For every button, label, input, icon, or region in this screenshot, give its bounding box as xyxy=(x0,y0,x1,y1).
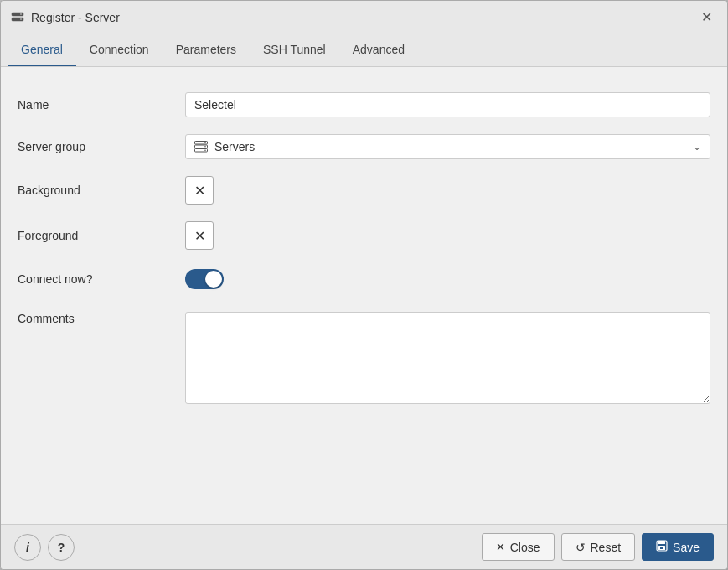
connect-now-control xyxy=(185,269,710,289)
tab-general[interactable]: General xyxy=(8,34,76,66)
close-button-label: Close xyxy=(510,541,540,554)
server-group-select[interactable]: Servers ⌄ xyxy=(185,134,710,159)
tab-parameters[interactable]: Parameters xyxy=(163,34,250,66)
tab-advanced[interactable]: Advanced xyxy=(339,34,418,66)
connect-now-toggle[interactable] xyxy=(185,269,224,289)
tab-connection[interactable]: Connection xyxy=(76,34,163,66)
name-input[interactable] xyxy=(185,92,710,117)
dialog-footer: i ? ✕ Close ↺ Reset xyxy=(1,524,727,569)
foreground-x-icon: ✕ xyxy=(194,228,205,244)
save-button-label: Save xyxy=(673,541,700,554)
title-bar: Register - Server ✕ xyxy=(1,1,727,34)
background-row: Background ✕ xyxy=(1,168,727,213)
server-group-text: Servers xyxy=(214,140,255,153)
reset-icon: ↺ xyxy=(576,541,586,554)
background-control: ✕ xyxy=(185,176,710,205)
background-color-button[interactable]: ✕ xyxy=(185,176,214,205)
close-x-small-icon: ✕ xyxy=(496,541,505,553)
connect-now-toggle-wrapper xyxy=(185,269,710,289)
servers-db-icon xyxy=(194,141,208,153)
reset-button[interactable]: ↺ Reset xyxy=(561,533,636,561)
comments-control xyxy=(185,312,710,407)
dialog-title: Register - Server xyxy=(31,11,120,24)
foreground-row: Foreground ✕ xyxy=(1,213,727,258)
svg-point-8 xyxy=(204,146,206,148)
svg-rect-13 xyxy=(660,547,663,549)
footer-right: ✕ Close ↺ Reset Save xyxy=(482,533,714,561)
tab-bar: General Connection Parameters SSH Tunnel… xyxy=(1,34,727,67)
svg-point-7 xyxy=(204,142,206,143)
server-group-row: Server group Servers xyxy=(1,126,727,168)
comments-label: Comments xyxy=(18,312,185,325)
svg-point-3 xyxy=(20,18,22,20)
footer-left: i ? xyxy=(14,534,75,561)
connect-now-row: Connect now? xyxy=(1,258,727,300)
server-group-value: Servers xyxy=(186,135,684,158)
reset-button-label: Reset xyxy=(591,541,622,554)
foreground-label: Foreground xyxy=(18,229,185,242)
svg-rect-11 xyxy=(658,541,665,544)
background-label: Background xyxy=(18,184,185,197)
close-button[interactable]: ✕ Close xyxy=(482,533,555,561)
toggle-track xyxy=(185,269,224,289)
server-icon xyxy=(11,11,24,24)
connect-now-label: Connect now? xyxy=(18,272,185,286)
background-x-icon: ✕ xyxy=(194,183,205,199)
close-x-icon: ✕ xyxy=(701,10,712,24)
toggle-thumb xyxy=(205,271,222,288)
foreground-color-button[interactable]: ✕ xyxy=(185,221,214,250)
comments-textarea[interactable] xyxy=(185,312,710,404)
tab-ssh-tunnel[interactable]: SSH Tunnel xyxy=(250,34,339,66)
server-group-label: Server group xyxy=(18,140,185,153)
svg-point-2 xyxy=(20,13,22,15)
help-button[interactable]: ? xyxy=(48,534,75,561)
chevron-down-icon[interactable]: ⌄ xyxy=(684,141,710,153)
help-icon: ? xyxy=(58,541,65,554)
comments-row: Comments xyxy=(1,300,727,415)
form-content: Name Server group xyxy=(1,67,727,524)
info-button[interactable]: i xyxy=(14,534,41,561)
name-label: Name xyxy=(18,98,185,111)
save-icon xyxy=(656,540,668,554)
server-group-control: Servers ⌄ xyxy=(185,134,710,159)
dialog-close-button[interactable]: ✕ xyxy=(696,8,717,27)
info-icon: i xyxy=(26,541,29,554)
register-server-dialog: Register - Server ✕ General Connection P… xyxy=(0,0,728,570)
svg-point-9 xyxy=(204,149,206,151)
title-bar-left: Register - Server xyxy=(11,11,120,24)
save-button[interactable]: Save xyxy=(642,533,714,561)
name-row: Name xyxy=(1,84,727,126)
foreground-control: ✕ xyxy=(185,221,710,250)
name-control xyxy=(185,92,710,117)
